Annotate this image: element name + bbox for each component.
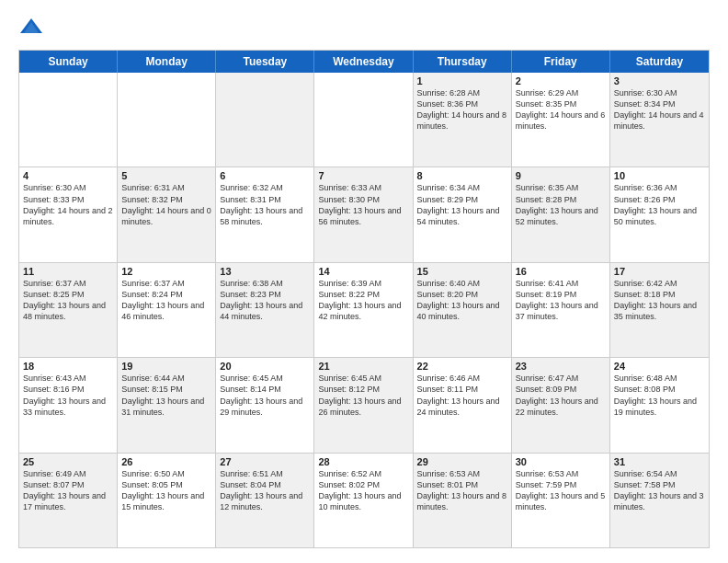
day-number: 7 bbox=[318, 170, 408, 181]
day-number: 28 bbox=[318, 456, 408, 467]
calendar-cell: 29Sunrise: 6:53 AM Sunset: 8:01 PM Dayli… bbox=[414, 454, 512, 547]
calendar-week-3: 11Sunrise: 6:37 AM Sunset: 8:25 PM Dayli… bbox=[19, 263, 709, 358]
cell-info: Sunrise: 6:45 AM Sunset: 8:12 PM Dayligh… bbox=[318, 373, 408, 418]
day-number: 20 bbox=[220, 361, 310, 372]
page: SundayMondayTuesdayWednesdayThursdayFrid… bbox=[0, 0, 728, 563]
day-header-tuesday: Tuesday bbox=[216, 51, 314, 73]
day-number: 17 bbox=[614, 266, 705, 277]
day-number: 8 bbox=[417, 170, 507, 181]
day-number: 23 bbox=[516, 361, 606, 372]
day-number: 13 bbox=[220, 266, 310, 277]
calendar-week-5: 25Sunrise: 6:49 AM Sunset: 8:07 PM Dayli… bbox=[19, 454, 709, 547]
cell-info: Sunrise: 6:42 AM Sunset: 8:18 PM Dayligh… bbox=[614, 278, 705, 323]
day-number: 15 bbox=[417, 266, 507, 277]
day-number: 10 bbox=[614, 170, 705, 181]
calendar-cell: 10Sunrise: 6:36 AM Sunset: 8:26 PM Dayli… bbox=[610, 167, 709, 261]
calendar-cell: 28Sunrise: 6:52 AM Sunset: 8:02 PM Dayli… bbox=[314, 454, 413, 547]
day-number: 27 bbox=[220, 456, 310, 467]
cell-info: Sunrise: 6:32 AM Sunset: 8:31 PM Dayligh… bbox=[220, 182, 310, 227]
calendar-cell bbox=[118, 73, 216, 167]
cell-info: Sunrise: 6:34 AM Sunset: 8:29 PM Dayligh… bbox=[417, 182, 507, 227]
cell-info: Sunrise: 6:41 AM Sunset: 8:19 PM Dayligh… bbox=[516, 278, 606, 323]
logo bbox=[18, 15, 48, 40]
cell-info: Sunrise: 6:44 AM Sunset: 8:15 PM Dayligh… bbox=[121, 373, 211, 418]
cell-info: Sunrise: 6:36 AM Sunset: 8:26 PM Dayligh… bbox=[614, 182, 705, 227]
cell-info: Sunrise: 6:30 AM Sunset: 8:33 PM Dayligh… bbox=[23, 182, 113, 227]
calendar-week-4: 18Sunrise: 6:43 AM Sunset: 8:16 PM Dayli… bbox=[19, 358, 709, 453]
day-number: 29 bbox=[417, 456, 507, 467]
cell-info: Sunrise: 6:52 AM Sunset: 8:02 PM Dayligh… bbox=[318, 468, 408, 513]
calendar-cell: 1Sunrise: 6:28 AM Sunset: 8:36 PM Daylig… bbox=[414, 73, 512, 167]
calendar-cell: 4Sunrise: 6:30 AM Sunset: 8:33 PM Daylig… bbox=[19, 167, 118, 261]
calendar: SundayMondayTuesdayWednesdayThursdayFrid… bbox=[18, 50, 710, 548]
calendar-cell: 8Sunrise: 6:34 AM Sunset: 8:29 PM Daylig… bbox=[414, 167, 512, 261]
day-number: 30 bbox=[516, 456, 606, 467]
day-header-wednesday: Wednesday bbox=[314, 51, 413, 73]
calendar-cell: 13Sunrise: 6:38 AM Sunset: 8:23 PM Dayli… bbox=[216, 263, 314, 357]
header bbox=[18, 15, 710, 40]
calendar-cell: 27Sunrise: 6:51 AM Sunset: 8:04 PM Dayli… bbox=[216, 454, 314, 547]
day-header-saturday: Saturday bbox=[610, 51, 709, 73]
calendar-header: SundayMondayTuesdayWednesdayThursdayFrid… bbox=[19, 51, 709, 73]
calendar-cell: 11Sunrise: 6:37 AM Sunset: 8:25 PM Dayli… bbox=[19, 263, 118, 357]
day-number: 14 bbox=[318, 266, 408, 277]
calendar-cell: 21Sunrise: 6:45 AM Sunset: 8:12 PM Dayli… bbox=[314, 358, 413, 452]
calendar-cell: 31Sunrise: 6:54 AM Sunset: 7:58 PM Dayli… bbox=[610, 454, 709, 547]
calendar-cell: 14Sunrise: 6:39 AM Sunset: 8:22 PM Dayli… bbox=[314, 263, 413, 357]
calendar-cell: 17Sunrise: 6:42 AM Sunset: 8:18 PM Dayli… bbox=[610, 263, 709, 357]
calendar-cell: 19Sunrise: 6:44 AM Sunset: 8:15 PM Dayli… bbox=[118, 358, 216, 452]
cell-info: Sunrise: 6:37 AM Sunset: 8:24 PM Dayligh… bbox=[121, 278, 211, 323]
day-number: 4 bbox=[23, 170, 113, 181]
day-header-sunday: Sunday bbox=[19, 51, 118, 73]
day-number: 11 bbox=[23, 266, 113, 277]
cell-info: Sunrise: 6:48 AM Sunset: 8:08 PM Dayligh… bbox=[614, 373, 705, 418]
calendar-cell: 9Sunrise: 6:35 AM Sunset: 8:28 PM Daylig… bbox=[512, 167, 610, 261]
calendar-cell: 7Sunrise: 6:33 AM Sunset: 8:30 PM Daylig… bbox=[314, 167, 413, 261]
day-number: 1 bbox=[417, 75, 507, 86]
cell-info: Sunrise: 6:38 AM Sunset: 8:23 PM Dayligh… bbox=[220, 278, 310, 323]
cell-info: Sunrise: 6:31 AM Sunset: 8:32 PM Dayligh… bbox=[121, 182, 211, 227]
calendar-cell: 20Sunrise: 6:45 AM Sunset: 8:14 PM Dayli… bbox=[216, 358, 314, 452]
cell-info: Sunrise: 6:43 AM Sunset: 8:16 PM Dayligh… bbox=[23, 373, 113, 418]
cell-info: Sunrise: 6:29 AM Sunset: 8:35 PM Dayligh… bbox=[516, 87, 606, 132]
day-number: 19 bbox=[121, 361, 211, 372]
cell-info: Sunrise: 6:30 AM Sunset: 8:34 PM Dayligh… bbox=[614, 87, 705, 132]
cell-info: Sunrise: 6:46 AM Sunset: 8:11 PM Dayligh… bbox=[417, 373, 507, 418]
cell-info: Sunrise: 6:53 AM Sunset: 7:59 PM Dayligh… bbox=[516, 468, 606, 513]
cell-info: Sunrise: 6:45 AM Sunset: 8:14 PM Dayligh… bbox=[220, 373, 310, 418]
cell-info: Sunrise: 6:54 AM Sunset: 7:58 PM Dayligh… bbox=[614, 468, 705, 513]
day-number: 18 bbox=[23, 361, 113, 372]
cell-info: Sunrise: 6:37 AM Sunset: 8:25 PM Dayligh… bbox=[23, 278, 113, 323]
calendar-cell: 2Sunrise: 6:29 AM Sunset: 8:35 PM Daylig… bbox=[512, 73, 610, 167]
day-number: 16 bbox=[516, 266, 606, 277]
calendar-cell: 26Sunrise: 6:50 AM Sunset: 8:05 PM Dayli… bbox=[118, 454, 216, 547]
day-number: 6 bbox=[220, 170, 310, 181]
day-header-thursday: Thursday bbox=[414, 51, 512, 73]
cell-info: Sunrise: 6:35 AM Sunset: 8:28 PM Dayligh… bbox=[516, 182, 606, 227]
calendar-cell: 5Sunrise: 6:31 AM Sunset: 8:32 PM Daylig… bbox=[118, 167, 216, 261]
calendar-cell: 18Sunrise: 6:43 AM Sunset: 8:16 PM Dayli… bbox=[19, 358, 118, 452]
day-number: 22 bbox=[417, 361, 507, 372]
calendar-cell: 23Sunrise: 6:47 AM Sunset: 8:09 PM Dayli… bbox=[512, 358, 610, 452]
calendar-cell: 15Sunrise: 6:40 AM Sunset: 8:20 PM Dayli… bbox=[414, 263, 512, 357]
calendar-cell: 6Sunrise: 6:32 AM Sunset: 8:31 PM Daylig… bbox=[216, 167, 314, 261]
day-number: 24 bbox=[614, 361, 705, 372]
cell-info: Sunrise: 6:49 AM Sunset: 8:07 PM Dayligh… bbox=[23, 468, 113, 513]
calendar-cell: 25Sunrise: 6:49 AM Sunset: 8:07 PM Dayli… bbox=[19, 454, 118, 547]
day-number: 3 bbox=[614, 75, 705, 86]
day-header-monday: Monday bbox=[118, 51, 216, 73]
day-header-friday: Friday bbox=[512, 51, 610, 73]
calendar-body: 1Sunrise: 6:28 AM Sunset: 8:36 PM Daylig… bbox=[19, 73, 709, 547]
day-number: 2 bbox=[516, 75, 606, 86]
calendar-cell bbox=[19, 73, 118, 167]
cell-info: Sunrise: 6:28 AM Sunset: 8:36 PM Dayligh… bbox=[417, 87, 507, 132]
day-number: 31 bbox=[614, 456, 705, 467]
cell-info: Sunrise: 6:40 AM Sunset: 8:20 PM Dayligh… bbox=[417, 278, 507, 323]
cell-info: Sunrise: 6:51 AM Sunset: 8:04 PM Dayligh… bbox=[220, 468, 310, 513]
cell-info: Sunrise: 6:39 AM Sunset: 8:22 PM Dayligh… bbox=[318, 278, 408, 323]
cell-info: Sunrise: 6:50 AM Sunset: 8:05 PM Dayligh… bbox=[121, 468, 211, 513]
day-number: 21 bbox=[318, 361, 408, 372]
day-number: 26 bbox=[121, 456, 211, 467]
calendar-cell: 24Sunrise: 6:48 AM Sunset: 8:08 PM Dayli… bbox=[610, 358, 709, 452]
calendar-cell: 3Sunrise: 6:30 AM Sunset: 8:34 PM Daylig… bbox=[610, 73, 709, 167]
